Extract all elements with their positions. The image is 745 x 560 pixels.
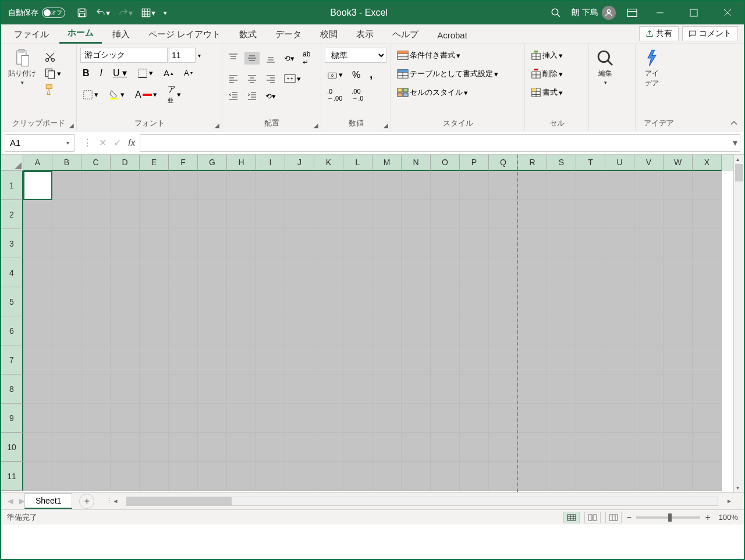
font-size-select[interactable]	[169, 48, 196, 63]
cell[interactable]	[23, 229, 52, 258]
cell[interactable]	[693, 374, 722, 404]
row-header[interactable]: 8	[1, 374, 23, 404]
view-page-layout-icon[interactable]	[584, 512, 601, 523]
row-header[interactable]: 7	[1, 345, 23, 374]
ideas-button[interactable]: アイ デア	[639, 47, 665, 91]
row-header[interactable]: 2	[1, 200, 23, 229]
align-center-icon[interactable]	[244, 72, 260, 85]
column-header[interactable]: A	[23, 155, 52, 171]
cell[interactable]	[285, 345, 314, 374]
cell[interactable]	[140, 433, 169, 462]
cell[interactable]	[23, 404, 52, 433]
cell[interactable]	[343, 462, 372, 491]
row-header[interactable]: 6	[1, 316, 23, 345]
cell[interactable]	[693, 316, 722, 345]
cell[interactable]	[605, 171, 634, 200]
cell[interactable]	[547, 462, 576, 491]
cell[interactable]	[431, 200, 460, 229]
cell[interactable]	[518, 229, 547, 258]
cell[interactable]	[285, 200, 314, 229]
cell[interactable]	[52, 433, 81, 462]
column-header[interactable]: S	[547, 155, 576, 171]
cell[interactable]	[81, 345, 111, 374]
cell[interactable]	[111, 229, 140, 258]
cell[interactable]	[372, 229, 402, 258]
cell[interactable]	[576, 287, 605, 316]
cell[interactable]	[256, 345, 285, 374]
cell[interactable]	[314, 287, 343, 316]
cell[interactable]	[460, 229, 489, 258]
cell[interactable]	[431, 433, 460, 462]
sheet-tab-active[interactable]: Sheet1	[24, 493, 72, 509]
cell[interactable]	[518, 258, 547, 287]
align-middle-icon[interactable]	[244, 52, 260, 65]
ribbon-display-icon[interactable]	[626, 8, 638, 17]
column-header[interactable]: K	[314, 155, 343, 171]
tab-insert[interactable]: 挿入	[104, 26, 138, 44]
cell[interactable]	[256, 374, 285, 404]
cell[interactable]	[343, 433, 372, 462]
cell[interactable]	[634, 374, 664, 404]
cell[interactable]	[198, 287, 227, 316]
cell[interactable]	[198, 171, 227, 200]
cell[interactable]	[23, 374, 52, 404]
cell[interactable]	[634, 316, 664, 345]
cell[interactable]	[140, 258, 169, 287]
cell[interactable]	[140, 374, 169, 404]
cell[interactable]	[634, 287, 664, 316]
format-cells-button[interactable]: 書式 ▾	[528, 86, 565, 99]
cell[interactable]	[198, 229, 227, 258]
cell[interactable]	[547, 374, 576, 404]
cell[interactable]	[52, 287, 81, 316]
cell[interactable]	[605, 345, 634, 374]
insert-cells-button[interactable]: 挿入 ▾	[528, 49, 565, 62]
cell[interactable]	[489, 258, 518, 287]
alignment-launcher-icon[interactable]: ◢	[314, 122, 318, 129]
cell[interactable]	[372, 287, 402, 316]
row-header[interactable]: 1	[1, 171, 23, 200]
cell[interactable]	[634, 462, 664, 491]
cell[interactable]	[664, 287, 693, 316]
cell[interactable]	[460, 200, 489, 229]
select-all-corner[interactable]	[1, 155, 23, 171]
cell[interactable]	[256, 171, 285, 200]
column-header[interactable]: R	[518, 155, 547, 171]
cell[interactable]	[372, 200, 402, 229]
cell[interactable]	[372, 345, 402, 374]
cell[interactable]	[664, 374, 693, 404]
column-header[interactable]: F	[169, 155, 198, 171]
cell[interactable]	[460, 462, 489, 491]
tab-view[interactable]: 表示	[348, 26, 382, 44]
cell[interactable]	[169, 200, 198, 229]
cell[interactable]	[198, 462, 227, 491]
cell[interactable]	[372, 462, 402, 491]
cell[interactable]	[256, 287, 285, 316]
tab-formulas[interactable]: 数式	[231, 26, 265, 44]
row-header[interactable]: 5	[1, 287, 23, 316]
cell-styles-button[interactable]: セルのスタイル ▾	[395, 86, 470, 99]
cell[interactable]	[314, 171, 343, 200]
conditional-formatting-button[interactable]: 条件付き書式 ▾	[395, 49, 463, 62]
cell[interactable]	[198, 374, 227, 404]
cell[interactable]	[140, 229, 169, 258]
cell[interactable]	[285, 316, 314, 345]
cell[interactable]	[198, 316, 227, 345]
cell[interactable]	[81, 287, 111, 316]
decrease-decimal-icon[interactable]: .00→.0	[349, 87, 366, 103]
percent-icon[interactable]: %	[350, 69, 363, 81]
column-header[interactable]: P	[460, 155, 489, 171]
cell[interactable]	[634, 404, 664, 433]
cell[interactable]	[518, 462, 547, 491]
cell[interactable]	[198, 200, 227, 229]
cell[interactable]	[518, 316, 547, 345]
font-color-button[interactable]: A ▾	[133, 88, 159, 101]
add-sheet-button[interactable]: +	[79, 494, 94, 509]
cell[interactable]	[664, 171, 693, 200]
cell[interactable]	[489, 462, 518, 491]
orientation-alt-icon[interactable]: ⟲▾	[263, 91, 278, 102]
cell[interactable]	[431, 316, 460, 345]
cell[interactable]	[402, 258, 431, 287]
cell[interactable]	[372, 316, 402, 345]
cell[interactable]	[460, 258, 489, 287]
cell[interactable]	[256, 200, 285, 229]
